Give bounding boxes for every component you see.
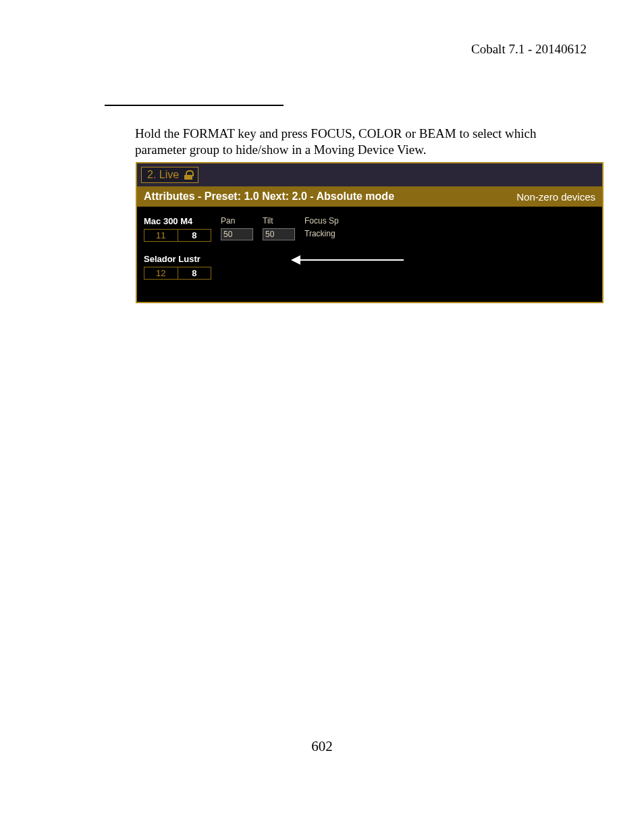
param-column[interactable]: Pan 50 [221,216,253,240]
device-chip-pair: 12 8 [144,267,211,280]
arrow-annotation-icon [292,259,404,261]
page-number: 602 [0,738,644,755]
device-row: Selador Lustr 12 8 [144,254,595,280]
attributes-status-left: Attributes - Preset: 1.0 Next: 2.0 - Abs… [144,190,394,203]
device-chip-b: 8 [178,267,211,279]
live-tab[interactable]: 2. Live [141,167,198,183]
device-row: Mac 300 M4 11 8 Pan 50 Tilt 50 Focus Sp … [144,216,595,242]
live-tab-label: 2. Live [147,169,179,181]
instruction-paragraph: Hold the FORMAT key and press FOCUS, COL… [135,126,587,158]
device-chip-pair: 11 8 [144,229,211,242]
device-name-label: Mac 300 M4 [144,216,211,226]
device-chip-b: 8 [178,230,211,241]
lock-icon [184,170,192,180]
panel-titlebar: 2. Live [137,163,602,186]
param-label: Pan [221,216,253,226]
moving-device-view-panel: 2. Live Attributes - Preset: 1.0 Next: 2… [136,162,603,303]
param-column[interactable]: Focus Sp Tracking [304,216,352,239]
device-name-label: Selador Lustr [144,254,211,264]
param-label: Tilt [263,216,295,226]
device-chip-a: 12 [144,267,178,279]
param-column[interactable]: Tilt 50 [263,216,295,240]
param-label: Focus Sp [304,216,352,226]
param-value: 50 [221,228,253,240]
param-value: Tracking [304,228,352,239]
section-underline [105,105,284,106]
page-header-version: Cobalt 7.1 - 20140612 [471,42,587,57]
device-block[interactable]: Selador Lustr 12 8 [144,254,211,280]
device-block[interactable]: Mac 300 M4 11 8 [144,216,211,242]
device-content-area: Mac 300 M4 11 8 Pan 50 Tilt 50 Focus Sp … [137,207,602,298]
param-value: 50 [263,228,295,240]
attributes-status-right: Non-zero devices [516,191,595,203]
device-chip-a: 11 [144,230,178,241]
attributes-statusbar: Attributes - Preset: 1.0 Next: 2.0 - Abs… [137,186,602,207]
